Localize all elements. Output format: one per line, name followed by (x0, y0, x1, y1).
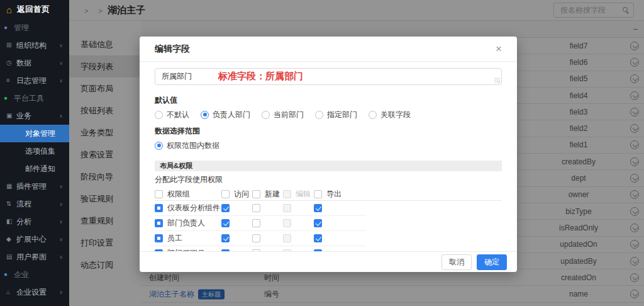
radio-option[interactable]: 关联字段 (369, 110, 411, 120)
confirm-button[interactable]: 确定 (477, 254, 507, 270)
permission-row: 员工 (155, 231, 366, 246)
sidebar-item[interactable]: 选项值集 (0, 142, 69, 160)
cancel-button[interactable]: 取消 (441, 254, 472, 270)
access-checkbox-icon[interactable] (221, 249, 230, 251)
sidebar-item-label: 数据 (16, 58, 31, 69)
row-select-checkbox-icon[interactable] (155, 219, 163, 227)
sidebar-item[interactable]: ◧ 分析 (0, 213, 69, 230)
radio-icon (155, 142, 163, 150)
sidebar-item-label: 组织结构 (16, 40, 47, 51)
checkbox-icon[interactable] (314, 190, 322, 198)
chevron-down-icon (59, 201, 63, 207)
home-icon: ⌂ (6, 5, 12, 14)
export-checkbox-icon[interactable] (314, 204, 322, 212)
chart-icon: ◧ (6, 218, 16, 225)
radio-option[interactable]: 负责人部门 (201, 110, 250, 120)
permission-column-header: 新建 (252, 189, 283, 200)
sidebar-item-label: 分析 (16, 217, 31, 227)
row-select-checkbox-icon[interactable] (155, 249, 163, 251)
radio-icon (315, 111, 323, 119)
resize-handle[interactable] (494, 77, 500, 83)
chevron-down-icon (59, 290, 63, 295)
export-checkbox-icon[interactable] (314, 234, 322, 242)
export-checkbox-icon[interactable] (314, 249, 322, 251)
access-checkbox-icon[interactable] (221, 204, 230, 212)
create-cell (252, 204, 283, 212)
radio-label: 指定部门 (327, 110, 357, 120)
create-checkbox-icon[interactable] (252, 234, 260, 242)
access-checkbox-icon[interactable] (221, 234, 230, 242)
sidebar-item-label: 日志管理 (16, 76, 47, 86)
checkbox-icon[interactable] (252, 190, 260, 198)
create-cell (252, 234, 283, 242)
permission-column-label: 编辑 (296, 189, 311, 200)
create-checkbox-icon[interactable] (252, 249, 260, 251)
sidebar-item[interactable]: ▣ 业务 (0, 107, 69, 125)
permission-column-label: 新建 (265, 189, 280, 200)
sidebar-item[interactable]: 对象管理 (0, 125, 69, 142)
radio-icon (369, 111, 377, 119)
sidebar-item[interactable]: ⇅ 流程 (0, 195, 69, 213)
radio-option[interactable]: 权限范围内数据 (155, 140, 219, 151)
sidebar-item-label: 邮件通知 (25, 164, 55, 174)
sidebar-item[interactable]: ● 企业 (0, 266, 69, 283)
field-name-textarea[interactable]: 所属部门 标准字段：所属部门 (155, 68, 502, 85)
sidebar-home-label: 返回首页 (17, 4, 50, 15)
radio-label: 关联字段 (380, 110, 411, 120)
checkbox-icon[interactable] (155, 190, 163, 198)
data-icon: ◷ (6, 60, 16, 66)
sidebar-item[interactable]: ◆ 扩展中心 (0, 230, 69, 248)
dot-blue-icon: ● (4, 271, 14, 278)
flow-icon: ⇅ (6, 201, 16, 207)
radio-icon (155, 111, 163, 119)
close-icon[interactable]: × (496, 43, 502, 54)
sidebar-item-label: 企业 (14, 269, 29, 280)
permission-group-cell: 员工 (155, 233, 221, 244)
radio-option[interactable]: 当前部门 (262, 110, 304, 120)
edit-checkbox-icon (283, 234, 291, 242)
sidebar-item[interactable]: ▤ 用户界面 (0, 248, 69, 266)
sidebar-item[interactable]: ≡ 日志管理 (0, 72, 69, 89)
data-scope-radio-group: 权限范围内数据 (155, 140, 502, 150)
create-checkbox-icon[interactable] (252, 204, 260, 212)
checkbox-icon[interactable] (283, 190, 291, 198)
access-checkbox-icon[interactable] (221, 219, 230, 227)
sidebar-item[interactable]: ◉ 系统安全 (0, 301, 69, 306)
sidebar-item[interactable]: ● 管理 (0, 19, 69, 37)
checkbox-icon[interactable] (221, 190, 230, 198)
sidebar-item-label: 对象管理 (25, 128, 55, 139)
radio-icon (262, 111, 270, 119)
chevron-down-icon (59, 237, 63, 242)
permission-column-header: 权限组 (155, 189, 221, 200)
row-select-checkbox-icon[interactable] (155, 204, 163, 212)
sidebar-item[interactable]: ▦ 插件管理 (0, 178, 69, 195)
access-cell (221, 234, 252, 242)
sidebar-item[interactable]: ● 平台工具 (0, 89, 69, 107)
sidebar-item-label: 业务 (16, 111, 31, 122)
sidebar-item[interactable]: ⊞ 组织结构 (0, 37, 69, 54)
radio-option[interactable]: 不默认 (155, 110, 189, 120)
export-cell (314, 234, 345, 242)
radio-option[interactable]: 指定部门 (315, 110, 357, 120)
sidebar-item[interactable]: 邮件通知 (0, 160, 69, 178)
sidebar-item[interactable]: ◷ 数据 (0, 54, 69, 72)
create-checkbox-icon[interactable] (252, 219, 260, 227)
sidebar-home-link[interactable]: ⌂ 返回首页 (0, 0, 69, 19)
sidebar-item-label: 插件管理 (16, 181, 47, 192)
edit-field-modal: 编辑字段 × 所属部门 标准字段：所属部门 默认值 不默认 负责人部门 当前部门 (140, 37, 517, 272)
field-name-value: 所属部门 (162, 71, 192, 82)
sidebar-item-label: 企业设置 (16, 287, 47, 298)
export-cell (314, 204, 345, 212)
export-checkbox-icon[interactable] (314, 219, 322, 227)
permission-row: 部门管理员 (155, 246, 366, 251)
edit-cell (283, 219, 314, 227)
row-select-checkbox-icon[interactable] (155, 234, 163, 242)
business-icon: ▣ (6, 113, 16, 119)
chevron-down-icon (59, 78, 63, 84)
sidebar-item-label: 选项值集 (25, 146, 55, 157)
access-cell (221, 204, 252, 212)
sidebar-item-label: 平台工具 (14, 93, 44, 104)
sidebar-item[interactable]: ⌂ 企业设置 (0, 283, 69, 301)
edit-checkbox-icon (283, 219, 291, 227)
assign-permission-subtitle: 分配此字段使用权限 (155, 174, 502, 185)
